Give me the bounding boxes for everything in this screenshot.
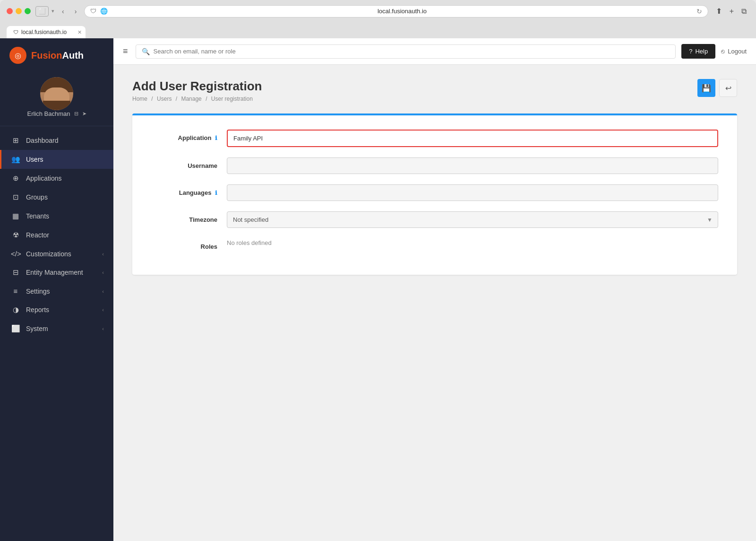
traffic-light-red[interactable]	[7, 8, 13, 14]
system-icon: ⬜	[11, 324, 20, 333]
sidebar-label-reports: Reports	[26, 306, 96, 314]
browser-sidebar-toggle[interactable]: ⬜	[35, 6, 49, 17]
roles-control: No roles defined	[227, 238, 718, 247]
sidebar-logo: ◎ FusionAuth	[0, 38, 113, 72]
search-container: 🔍	[136, 44, 676, 59]
sidebar-item-customizations[interactable]: </> Customizations ‹	[0, 244, 113, 263]
sidebar-item-system[interactable]: ⬜ System ‹	[0, 319, 113, 338]
breadcrumb: Home / Users / Manage / User registratio…	[132, 96, 262, 102]
traffic-light-yellow[interactable]	[16, 8, 22, 14]
reactor-icon: ☢	[11, 231, 20, 239]
sidebar-item-applications[interactable]: ⊕ Applications	[0, 169, 113, 188]
application-label: Application ℹ	[151, 130, 217, 141]
languages-info-icon[interactable]: ℹ	[215, 190, 217, 196]
customizations-icon: </>	[11, 250, 20, 258]
sidebar: ◎ FusionAuth Erlich Bachman ⊟ ➤ ⊞ Dashbo…	[0, 38, 113, 541]
username-label: Username	[151, 157, 217, 169]
browser-tab[interactable]: 🛡 local.fusionauth.io ✕	[7, 26, 86, 38]
chevron-right-icon-system: ‹	[102, 326, 104, 332]
chevron-right-icon-customizations: ‹	[102, 251, 104, 257]
avatar	[40, 77, 73, 110]
sidebar-label-groups: Groups	[26, 193, 104, 201]
logo-icon: ◎	[9, 47, 26, 64]
breadcrumb-home[interactable]: Home	[132, 96, 147, 102]
sidebar-label-tenants: Tenants	[26, 212, 104, 220]
form-card: Application ℹ Username	[132, 113, 737, 275]
save-icon: 💾	[702, 84, 711, 93]
username-input[interactable]	[227, 157, 718, 174]
application-input[interactable]	[227, 130, 718, 147]
languages-label: Languages ℹ	[151, 184, 217, 196]
hamburger-menu-icon[interactable]: ≡	[123, 46, 128, 56]
nav-icon: ➤	[82, 111, 86, 117]
users-icon: 👥	[11, 155, 20, 164]
sidebar-nav: ⊞ Dashboard 👥 Users ⊕ Applications ⊡ Gro…	[0, 126, 113, 541]
sidebar-item-dashboard[interactable]: ⊞ Dashboard	[0, 131, 113, 150]
header-actions: 💾 ↩	[697, 79, 737, 97]
search-icon: 🔍	[142, 48, 150, 55]
tab-close-btn[interactable]: ✕	[77, 29, 82, 35]
browser-forward-btn[interactable]: ›	[72, 7, 80, 16]
dashboard-icon: ⊞	[11, 136, 20, 145]
roles-label: Roles	[151, 238, 217, 250]
application-info-icon[interactable]: ℹ	[215, 135, 217, 141]
save-button[interactable]: 💾	[697, 79, 715, 97]
back-icon: ↩	[725, 84, 731, 93]
main-content: Add User Registration Home / Users / Man…	[113, 65, 756, 541]
breadcrumb-users[interactable]: Users	[157, 96, 172, 102]
sidebar-item-reports[interactable]: ◑ Reports ‹	[0, 300, 113, 319]
page-title: Add User Registration	[132, 79, 262, 94]
back-button[interactable]: ↩	[719, 79, 737, 97]
application-row: Application ℹ	[151, 130, 718, 147]
user-name: Erlich Bachman	[27, 110, 70, 117]
new-tab-btn[interactable]: +	[727, 5, 737, 17]
username-control	[227, 157, 718, 174]
logout-icon: ⎋	[721, 48, 725, 55]
sidebar-label-applications: Applications	[26, 175, 104, 182]
help-button[interactable]: ? Help	[681, 44, 715, 59]
sidebar-item-tenants[interactable]: ▦ Tenants	[0, 207, 113, 226]
groups-icon: ⊡	[11, 193, 20, 201]
top-bar: ≡ 🔍 ? Help ⎋ Logout	[113, 38, 756, 65]
sidebar-item-groups[interactable]: ⊡ Groups	[0, 188, 113, 207]
chevron-right-icon-entity: ‹	[102, 270, 104, 275]
user-card-icon: ⊟	[74, 111, 78, 117]
url-display: local.fusionauth.io	[112, 8, 692, 15]
sidebar-item-entity-management[interactable]: ⊟ Entity Management ‹	[0, 263, 113, 282]
tab-favicon: 🛡	[13, 29, 18, 35]
timezone-select[interactable]: Not specified UTC America/New_York Ameri…	[227, 211, 718, 228]
sidebar-label-dashboard: Dashboard	[26, 137, 104, 144]
roles-value: No roles defined	[227, 235, 272, 246]
sidebar-label-entity-management: Entity Management	[26, 269, 96, 276]
sidebar-item-settings[interactable]: ≡ Settings ‹	[0, 282, 113, 300]
reports-icon: ◑	[11, 305, 20, 314]
languages-control	[227, 184, 718, 201]
sidebar-item-users[interactable]: 👥 Users	[0, 150, 113, 169]
tab-overview-btn[interactable]: ⧉	[739, 5, 749, 17]
application-control	[227, 130, 718, 147]
sidebar-label-settings: Settings	[26, 288, 96, 295]
sidebar-label-reactor: Reactor	[26, 231, 104, 239]
timezone-control: Not specified UTC America/New_York Ameri…	[227, 211, 718, 228]
tenants-icon: ▦	[11, 212, 20, 220]
username-row: Username	[151, 157, 718, 174]
user-profile: Erlich Bachman ⊟ ➤	[0, 72, 113, 126]
search-input[interactable]	[154, 48, 670, 55]
refresh-icon[interactable]: ↻	[696, 8, 702, 15]
security-icon: 🛡	[90, 8, 96, 15]
share-btn[interactable]: ⬆	[713, 5, 725, 17]
page-header: Add User Registration Home / Users / Man…	[132, 79, 737, 102]
timezone-label: Timezone	[151, 211, 217, 223]
logout-button[interactable]: ⎋ Logout	[721, 48, 747, 55]
traffic-light-green[interactable]	[25, 8, 31, 14]
browser-back-btn[interactable]: ‹	[59, 7, 67, 16]
sidebar-label-users: Users	[26, 156, 104, 163]
sidebar-item-reactor[interactable]: ☢ Reactor	[0, 226, 113, 244]
languages-input[interactable]	[227, 184, 718, 201]
globe-icon: 🌐	[100, 8, 108, 15]
breadcrumb-manage[interactable]: Manage	[181, 96, 201, 102]
applications-icon: ⊕	[11, 174, 20, 183]
languages-row: Languages ℹ	[151, 184, 718, 201]
help-icon: ?	[689, 48, 692, 55]
roles-row: Roles No roles defined	[151, 238, 718, 250]
